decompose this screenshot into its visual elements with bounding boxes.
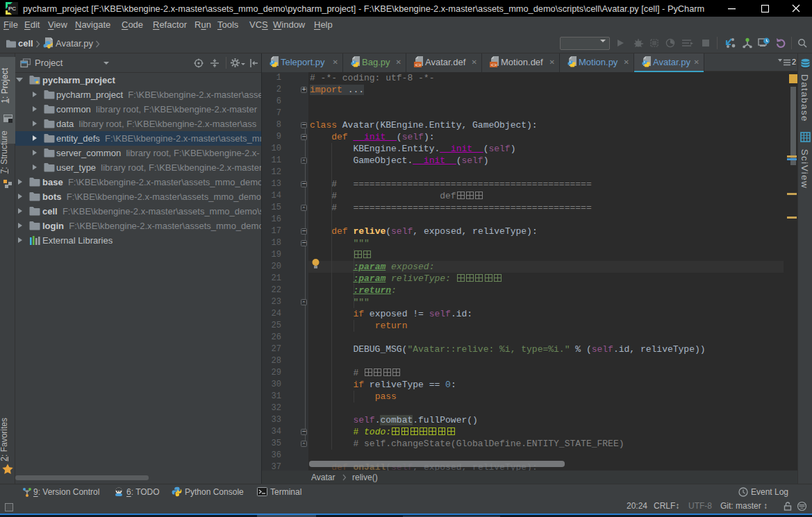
svg-text:<>: <>: [490, 62, 497, 68]
svg-text:PC: PC: [8, 6, 16, 12]
svg-text:<>: <>: [415, 62, 422, 68]
